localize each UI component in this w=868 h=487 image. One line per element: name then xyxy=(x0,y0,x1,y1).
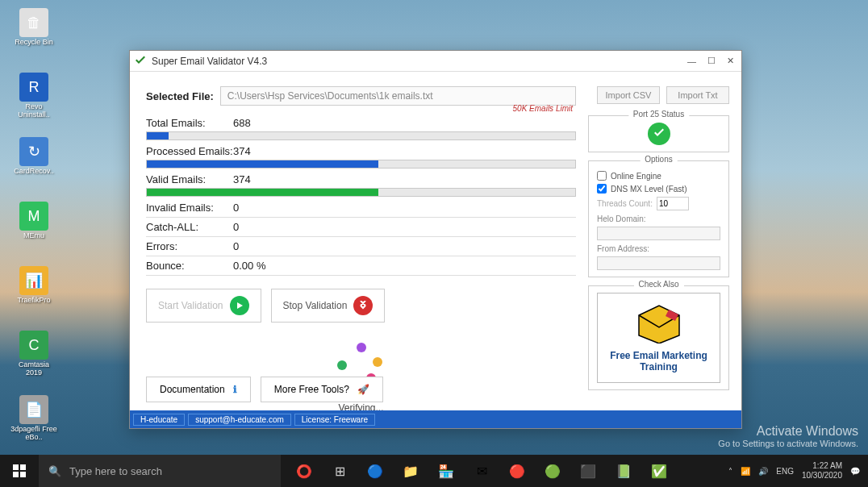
stop-validation-button[interactable]: Stop Validation xyxy=(271,289,386,323)
from-address-label: From Address: xyxy=(597,244,720,253)
taskbar-app[interactable]: 🔵 xyxy=(358,455,392,487)
promo-link[interactable]: Free Email Marketing Training xyxy=(597,293,720,383)
start-validation-button[interactable]: Start Validation xyxy=(146,289,261,323)
desktop-icon[interactable]: 🗑Recycle Bin xyxy=(10,8,58,65)
port-status-fieldset: Port 25 Status xyxy=(588,115,729,152)
app-window: Super Email Validator V4.3 — ☐ ✕ Selecte… xyxy=(129,50,742,429)
titlebar[interactable]: Super Email Validator V4.3 — ☐ ✕ xyxy=(130,51,741,72)
taskbar-app[interactable]: 📗 xyxy=(607,455,641,487)
documentation-button[interactable]: Documentation ℹ xyxy=(146,377,251,402)
threads-count-input[interactable] xyxy=(657,197,689,210)
cortana-icon[interactable]: ⭕ xyxy=(287,455,321,487)
main-panel: Selected File: Total Emails: 688 50K Ema… xyxy=(146,86,588,409)
helo-domain-input[interactable] xyxy=(597,227,720,240)
minimize-button[interactable]: — xyxy=(687,56,696,66)
threads-count-label: Threads Count: xyxy=(597,199,653,208)
window-title: Super Email Validator V4.3 xyxy=(152,56,687,67)
tray-volume-icon[interactable]: 🔊 xyxy=(758,467,768,476)
desktop-icon[interactable]: 📄3dpagefli Free eBo.. xyxy=(10,395,58,452)
taskbar-app[interactable]: ⬛ xyxy=(571,455,605,487)
errors-value: 0 xyxy=(233,240,239,252)
selected-file-label: Selected File: xyxy=(146,90,214,102)
dns-mx-label: DNS MX Level (Fast) xyxy=(611,185,686,194)
invalid-emails-label: Invalid Emails: xyxy=(146,202,233,214)
taskbar-app[interactable]: 🟢 xyxy=(536,455,570,487)
processed-progress xyxy=(146,160,576,169)
close-button[interactable]: ✕ xyxy=(727,56,734,66)
notification-icon[interactable]: 💬 xyxy=(850,467,860,476)
total-progress xyxy=(146,131,576,140)
search-icon: 🔍 xyxy=(48,465,61,477)
info-icon: ℹ xyxy=(233,384,237,395)
envelope-icon xyxy=(635,303,683,343)
task-view-icon[interactable]: ⊞ xyxy=(323,455,357,487)
tray-network-icon[interactable]: 📶 xyxy=(741,467,750,476)
rocket-icon: 🚀 xyxy=(357,384,369,395)
errors-label: Errors: xyxy=(146,240,233,252)
total-emails-value: 688 xyxy=(233,117,251,129)
taskbar-app[interactable]: 📁 xyxy=(394,455,428,487)
total-emails-label: Total Emails: xyxy=(146,117,233,129)
maximize-button[interactable]: ☐ xyxy=(707,56,716,66)
statusbar: H-educate support@h-educate.com License:… xyxy=(130,410,741,428)
taskbar-app[interactable]: ✉ xyxy=(465,455,499,487)
desktop-icon[interactable]: RRevo Uninstall.. xyxy=(10,73,58,129)
check-also-fieldset: Check Also Free Email Marketing Training xyxy=(588,285,729,390)
desktop-icon[interactable]: ↻CardRecov.. xyxy=(10,137,58,194)
side-panel: Import CSV Import Txt Port 25 Status Opt… xyxy=(588,86,729,409)
valid-progress xyxy=(146,188,576,197)
catchall-value: 0 xyxy=(233,221,239,233)
taskbar-app[interactable]: 🔴 xyxy=(500,455,534,487)
desktop-icon[interactable]: MMEmu xyxy=(10,202,58,258)
taskbar-app[interactable]: ✅ xyxy=(642,455,676,487)
svg-rect-3 xyxy=(20,472,26,477)
tray-language[interactable]: ENG xyxy=(776,467,794,476)
promo-text: Free Email Marketing Training xyxy=(607,350,710,373)
helo-domain-label: Helo Domain: xyxy=(597,214,720,223)
more-tools-button[interactable]: More Free Tools? 🚀 xyxy=(261,377,383,402)
svg-rect-1 xyxy=(20,464,26,470)
valid-emails-value: 374 xyxy=(233,173,251,185)
valid-emails-label: Valid Emails: xyxy=(146,173,233,185)
bounce-value: 0.00 % xyxy=(233,260,265,272)
selected-file-input[interactable] xyxy=(220,86,576,106)
desktop: 🗑Recycle Bin RRevo Uninstall.. ↻CardReco… xyxy=(0,0,129,452)
tray-chevron-icon[interactable]: ˄ xyxy=(728,467,732,476)
options-fieldset: Options Online Engine DNS MX Level (Fast… xyxy=(588,160,729,277)
invalid-emails-value: 0 xyxy=(233,202,239,214)
svg-rect-2 xyxy=(13,472,19,477)
app-icon xyxy=(134,55,147,68)
status-email[interactable]: support@h-educate.com xyxy=(188,414,291,426)
start-button[interactable] xyxy=(0,455,39,487)
desktop-icon[interactable]: CCamtasia 2019 xyxy=(10,331,58,387)
bounce-label: Bounce: xyxy=(146,260,233,272)
import-txt-button[interactable]: Import Txt xyxy=(666,86,729,104)
online-engine-checkbox[interactable] xyxy=(597,171,607,181)
catchall-label: Catch-ALL: xyxy=(146,221,233,233)
import-csv-button[interactable]: Import CSV xyxy=(597,86,660,104)
activate-windows-watermark: Activate Windows Go to Settings to activ… xyxy=(718,424,858,448)
play-icon xyxy=(230,296,249,315)
system-tray: ˄ 📶 🔊 ENG 1:22 AM 10/30/2020 💬 xyxy=(728,461,868,481)
emails-limit: 50K Emails Limit xyxy=(513,104,573,113)
from-address-input[interactable] xyxy=(597,256,720,270)
check-icon xyxy=(648,123,670,145)
svg-rect-0 xyxy=(13,464,19,470)
online-engine-label: Online Engine xyxy=(611,172,661,181)
status-author[interactable]: H-educate xyxy=(133,414,185,426)
status-license: License: Freeware xyxy=(294,414,375,426)
processed-emails-label: Processed Emails: xyxy=(146,145,233,157)
taskbar-app[interactable]: 🏪 xyxy=(429,455,463,487)
processed-emails-value: 374 xyxy=(233,145,251,157)
dns-mx-checkbox[interactable] xyxy=(597,184,607,194)
tray-clock[interactable]: 1:22 AM 10/30/2020 xyxy=(802,461,842,481)
desktop-icon[interactable]: 📊TraefikPro xyxy=(10,266,58,323)
stop-icon xyxy=(353,296,373,315)
taskbar-search[interactable]: 🔍 Type here to search xyxy=(39,455,281,487)
taskbar: 🔍 Type here to search ⭕ ⊞ 🔵 📁 🏪 ✉ 🔴 🟢 ⬛ … xyxy=(0,455,868,487)
